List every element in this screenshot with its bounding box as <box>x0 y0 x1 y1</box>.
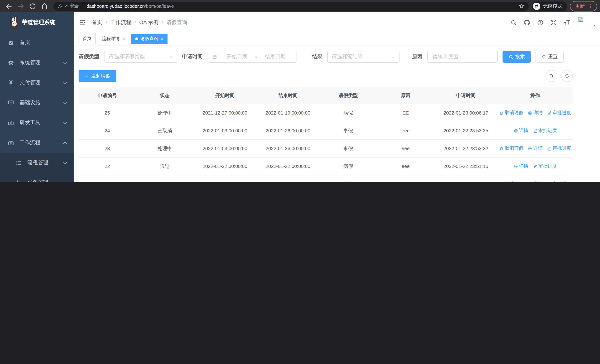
table-cell: 2022-01-26 00:00:00 <box>256 128 319 133</box>
apply-time-label: 申请时间 <box>182 53 203 60</box>
table-cell: 已取消 <box>136 127 193 134</box>
breadcrumb-item[interactable]: 工作流程 <box>111 19 131 26</box>
divider <box>83 3 83 9</box>
reason-input[interactable] <box>432 53 493 60</box>
progress-action-link[interactable]: 审批进度 <box>547 110 571 116</box>
url-host: dashboard.yudao.iocoder.cn <box>86 3 145 9</box>
reset-button[interactable]: 重置 <box>535 51 564 63</box>
sidebar-item-home[interactable]: 首页 <box>0 33 74 53</box>
edit-icon <box>547 146 552 151</box>
tab-leave-query[interactable]: 请假查询× <box>131 34 168 44</box>
close-icon[interactable]: × <box>122 37 125 41</box>
sidebar-item-workflow[interactable]: 工作流程 <box>0 133 74 153</box>
table-cell: 事假 <box>319 145 377 152</box>
chevron-down-icon <box>62 120 68 126</box>
progress-action-link[interactable]: 审批进度 <box>547 145 571 152</box>
caret-down-icon[interactable] <box>593 23 596 27</box>
sidebar-menu: 首页系统管理¥支付管理基础设施研发工具工作流程流程管理任务管理我的流程待办任务已… <box>0 33 74 182</box>
sidebar-item-label: 任务管理 <box>28 179 48 182</box>
create-leave-button[interactable]: 发起请假 <box>79 70 116 82</box>
back-icon[interactable] <box>5 2 13 10</box>
reload-icon[interactable] <box>28 2 37 10</box>
fullscreen-icon[interactable] <box>550 19 557 26</box>
toggle-search-button[interactable] <box>545 70 557 82</box>
reason-label: 原因 <box>412 53 422 60</box>
breadcrumb-item[interactable]: 首页 <box>92 19 102 26</box>
edit-icon <box>547 182 552 182</box>
table-cell: 2022-01-03 00:00:00 <box>193 146 256 151</box>
search-icon[interactable] <box>510 19 517 26</box>
active-tab-dot <box>135 37 138 40</box>
address-bar[interactable]: 不安全 dashboard.yudao.iocoder.cn/bpm/oa/le… <box>53 2 529 10</box>
detail-action-link[interactable]: 详情 <box>528 181 543 182</box>
home-icon[interactable] <box>40 2 48 10</box>
breadcrumb-separator: / <box>106 19 107 25</box>
table-cell: 2022-01-22 23:51:15 <box>434 163 497 169</box>
sidebar-collapse-icon[interactable] <box>79 19 86 26</box>
app-title: 芋道管理系统 <box>22 19 55 26</box>
table-cell: 2022-01-22 00:00:00 <box>256 163 319 169</box>
result-select[interactable]: 请选择流结果 <box>327 51 400 63</box>
table-cell: 处理中 <box>136 145 193 152</box>
font-size-icon[interactable]: TT <box>564 19 570 26</box>
chevron-up-icon <box>62 140 68 146</box>
sidebar-item-devtools[interactable]: 研发工具 <box>0 113 74 133</box>
table-cell: 25 <box>79 110 136 116</box>
sidebar-item-payment[interactable]: ¥支付管理 <box>0 73 74 93</box>
column-header: 操作 <box>497 92 573 99</box>
table-cell: 2022-01-23 00:00:00 <box>256 181 319 182</box>
browser-menu-icon[interactable] <box>588 3 593 9</box>
close-icon[interactable]: × <box>161 37 163 41</box>
sidebar-item-system[interactable]: 系统管理 <box>0 53 74 73</box>
browser-update-button[interactable]: 更新 <box>570 1 597 11</box>
tab-process-detail[interactable]: 流程详情× <box>98 34 129 44</box>
table-cell: 22 <box>79 163 136 169</box>
chevron-down-icon <box>62 159 68 166</box>
sidebar-item-process-mgmt[interactable]: 流程管理 <box>0 153 74 173</box>
sidebar-item-task-mgmt[interactable]: 任务管理 <box>0 173 74 182</box>
detail-action-link[interactable]: 详情 <box>528 145 543 152</box>
refresh-table-button[interactable] <box>561 70 573 82</box>
list-icon <box>16 159 22 166</box>
leave-table: 申请编号状态开始时间结束时间请假类型原因申请时间操作 25处理中2021-12-… <box>79 87 573 182</box>
forward-icon[interactable] <box>17 2 25 10</box>
security-label[interactable]: 不安全 <box>65 3 79 9</box>
question-icon[interactable] <box>537 19 544 26</box>
sidebar-item-label: 流程管理 <box>28 159 48 166</box>
table-cell: 病假 <box>319 110 377 116</box>
tab-home[interactable]: 首页 <box>79 34 96 44</box>
result-label: 结果 <box>312 53 322 60</box>
table-cell: eee <box>377 128 434 133</box>
sidebar-item-infrastructure[interactable]: 基础设施 <box>0 93 74 113</box>
column-header: 请假类型 <box>319 92 377 99</box>
search-button[interactable]: 搜索 <box>503 51 531 63</box>
progress-action-link[interactable]: 审批进度 <box>533 128 557 134</box>
apply-time-range-picker[interactable]: 开始日期 - 结束日期 <box>207 51 297 63</box>
column-header: 原因 <box>377 92 434 99</box>
detail-action-link[interactable]: 详情 <box>514 128 528 134</box>
cancel-action-link[interactable]: 取消请假 <box>499 145 523 152</box>
detail-action-link[interactable]: 详情 <box>514 163 528 169</box>
progress-action-link[interactable]: 审批进度 <box>533 163 557 169</box>
app-logo[interactable]: 芋道管理系统 <box>0 12 74 33</box>
sidebar: 芋道管理系统 首页系统管理¥支付管理基础设施研发工具工作流程流程管理任务管理我的… <box>0 12 74 182</box>
search-icon <box>508 54 513 59</box>
view-icon <box>514 164 518 168</box>
chevron-down-icon <box>62 100 68 106</box>
tab-label: 流程详情 <box>102 36 120 42</box>
bookmark-star-icon[interactable] <box>519 3 525 9</box>
start-date-placeholder[interactable]: 开始日期 <box>220 53 254 60</box>
detail-action-link[interactable]: 详情 <box>528 110 543 116</box>
table-cell: 23 <box>79 146 136 151</box>
cancel-action-link[interactable]: 取消请假 <box>499 181 523 182</box>
avatar[interactable] <box>577 16 590 29</box>
cancel-action-link[interactable]: 取消请假 <box>499 110 523 116</box>
breadcrumb-item[interactable]: OA 示例 <box>139 19 159 26</box>
table-cell: 处理中 <box>136 110 193 116</box>
table-row: 25处理中2021-12-27 00:00:002022-01-19 00:00… <box>79 104 573 122</box>
leave-type-select[interactable]: 请选择请假类型 <box>104 51 178 63</box>
end-date-placeholder[interactable]: 结束日期 <box>259 53 292 60</box>
table-cell: 通过 <box>136 163 193 169</box>
progress-action-link[interactable]: 审批进度 <box>547 181 571 182</box>
github-icon[interactable] <box>524 19 530 26</box>
